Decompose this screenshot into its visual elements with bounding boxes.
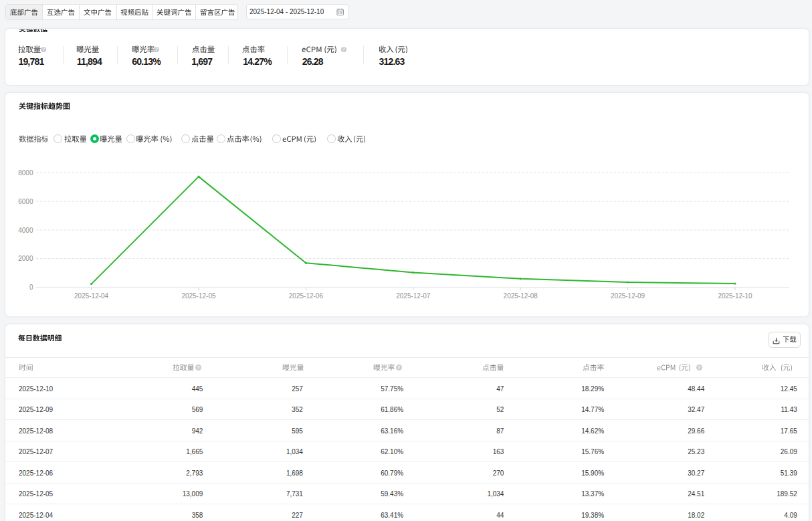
svg-text:8000: 8000 <box>18 169 33 177</box>
svg-text:6000: 6000 <box>18 198 33 205</box>
svg-text:2025-12-06: 2025-12-06 <box>289 292 324 300</box>
svg-text:2025-12-07: 2025-12-07 <box>396 292 431 300</box>
svg-text:4000: 4000 <box>18 227 33 234</box>
svg-text:2025-12-10: 2025-12-10 <box>718 292 752 300</box>
svg-text:0: 0 <box>29 284 33 291</box>
svg-text:2025-12-05: 2025-12-05 <box>181 292 216 300</box>
svg-text:2000: 2000 <box>18 255 33 262</box>
svg-text:2025-12-04: 2025-12-04 <box>74 292 109 300</box>
svg-text:2025-12-09: 2025-12-09 <box>611 292 645 300</box>
svg-text:2025-12-08: 2025-12-08 <box>504 292 538 300</box>
